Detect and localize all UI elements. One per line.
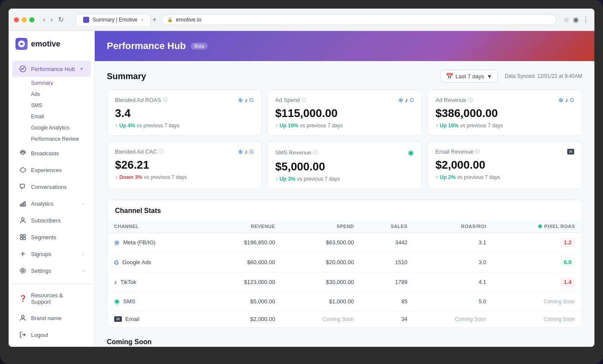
col-channel: CHANNEL xyxy=(107,220,204,233)
spend-cell: $63,500.00 xyxy=(282,233,361,253)
metric-label: Blended Ad ROAS ⓘ xyxy=(115,97,168,103)
menu-icon[interactable]: ⋮ xyxy=(582,15,589,24)
sidebar-bottom: ❓ Resources & Support Brand name xyxy=(9,284,94,347)
roas-cell: Coming Soon xyxy=(414,311,493,328)
close-window-button[interactable] xyxy=(14,17,19,22)
browser-bar: ‹ › ↻ Summary | Emotive × + 🔒 emotive.io… xyxy=(9,9,594,31)
sidebar-item-settings[interactable]: Settings › xyxy=(12,262,91,279)
svg-rect-7 xyxy=(20,234,22,237)
browser-navigation: ‹ › ↻ xyxy=(41,14,65,25)
sidebar-item-performance-hub[interactable]: Performance Hub ▼ xyxy=(12,61,91,77)
tiktok-channel-icon: ♪ xyxy=(114,279,117,285)
active-tab[interactable]: Summary | Emotive × xyxy=(76,14,151,25)
profile-icon[interactable]: ◉ xyxy=(573,15,579,24)
content-area: Summary 📅 Last 7 days ▼ Data Synced: 12/… xyxy=(95,61,594,347)
info-icon[interactable]: ⓘ xyxy=(302,97,306,103)
metric-label: Ad Spend ⓘ xyxy=(275,97,306,103)
forward-button[interactable]: › xyxy=(49,14,54,25)
pixel-roas-value: 1.2 xyxy=(560,238,575,247)
metric-change: Up 3% vs previous 7 days xyxy=(275,176,414,182)
col-pixel-roas: ◉ PIXEL ROAS xyxy=(493,220,582,233)
sidebar-item-conversations[interactable]: Conversations xyxy=(12,179,91,195)
google-channel-icon: G xyxy=(114,259,119,266)
info-icon[interactable]: ⓘ xyxy=(468,97,473,103)
pixel-roas-cell: 1.2 xyxy=(493,233,582,253)
coming-soon-section: Coming Soon LTV/... xyxy=(107,338,582,347)
address-bar[interactable]: 🔒 emotive.io xyxy=(162,14,556,25)
channel-cell: ⊕ Meta (FB/IG) xyxy=(107,233,204,253)
sidebar: emotive Performance Hub ▼ xyxy=(9,31,95,347)
coming-soon-label: Coming Soon xyxy=(455,316,486,322)
metric-label: SMS Revenue ⓘ xyxy=(275,149,318,156)
info-icon[interactable]: ⓘ xyxy=(163,97,168,103)
svg-point-6 xyxy=(22,218,24,220)
info-icon[interactable]: ⓘ xyxy=(159,148,164,155)
change-pct: Up 4% xyxy=(119,123,135,129)
tab-close-button[interactable]: × xyxy=(141,18,143,22)
sales-cell: 85 xyxy=(361,292,414,311)
minimize-window-button[interactable] xyxy=(22,17,27,22)
metric-value: $5,000.00 xyxy=(275,160,414,173)
date-range-picker[interactable]: 📅 Last 7 days ▼ xyxy=(440,70,498,83)
table-row: ⊕ Meta (FB/IG) $196,850.00 $63,500.00 34… xyxy=(107,233,582,253)
meta-icon: ⊕ xyxy=(238,148,243,155)
google-icon: G xyxy=(410,97,414,103)
beta-badge: Beta xyxy=(191,43,208,49)
logout-icon xyxy=(19,331,27,339)
analytics-chevron-icon: › xyxy=(82,201,84,206)
subnav-item-ads[interactable]: Ads xyxy=(28,89,94,100)
info-icon[interactable]: ⓘ xyxy=(475,148,480,155)
back-button[interactable]: ‹ xyxy=(41,14,47,25)
settings-icon xyxy=(19,267,27,275)
sales-cell: 1789 xyxy=(361,272,414,292)
subnav-item-email[interactable]: Email xyxy=(28,111,94,122)
change-label: vs previous 7 days xyxy=(137,123,180,129)
signups-chevron-icon: › xyxy=(82,251,84,256)
subnav-item-google-analytics[interactable]: Google Analytics xyxy=(28,122,94,133)
change-label: vs previous 7 days xyxy=(457,174,500,180)
sidebar-item-experiences[interactable]: Experiences xyxy=(12,162,91,178)
sidebar-item-subscribers[interactable]: Subscribers xyxy=(12,212,91,228)
sidebar-item-subscribers-label: Subscribers xyxy=(31,217,61,224)
svg-rect-3 xyxy=(20,204,22,206)
info-icon[interactable]: ⓘ xyxy=(313,149,318,156)
subnav-item-performance-review[interactable]: Performance Review xyxy=(28,133,94,145)
tiktok-icon: ♪ xyxy=(405,97,408,103)
change-pct: Up 10% xyxy=(280,123,298,129)
svg-point-13 xyxy=(22,270,24,272)
revenue-cell: $196,850.00 xyxy=(204,233,282,253)
metric-card-sms-revenue: SMS Revenue ⓘ ◉ $5,000.00 xyxy=(267,141,422,189)
svg-rect-8 xyxy=(23,234,25,237)
sidebar-item-analytics[interactable]: Analytics › xyxy=(12,195,91,212)
sidebar-item-brand[interactable]: Brand name xyxy=(12,310,91,326)
sidebar-item-analytics-label: Analytics xyxy=(31,201,53,207)
email-icon: ✉ xyxy=(567,149,574,154)
segments-icon xyxy=(19,233,27,241)
revenue-cell: $60,000.00 xyxy=(204,253,282,272)
email-channel-icon: ✉ xyxy=(114,316,122,322)
sidebar-item-resources-label: Resources & Support xyxy=(31,292,84,305)
google-icon: G xyxy=(249,148,254,155)
sidebar-item-broadcasts[interactable]: Broadcasts xyxy=(12,145,91,161)
metric-value: $115,000.00 xyxy=(275,107,414,120)
subnav-item-summary[interactable]: Summary xyxy=(28,77,94,89)
spend-cell: $1,000.00 xyxy=(282,292,361,311)
star-icon[interactable]: ☆ xyxy=(563,15,569,24)
roas-cell: 3.0 xyxy=(414,253,493,272)
sidebar-item-segments[interactable]: Segments xyxy=(12,229,91,245)
traffic-lights xyxy=(14,17,34,22)
pixel-roas-value: 1.4 xyxy=(560,278,575,287)
summary-header-right: 📅 Last 7 days ▼ Data Synced: 12/01/22 at… xyxy=(440,70,583,83)
metric-card-email-revenue: Email Revenue ⓘ ✉ $2,000.00 xyxy=(427,141,582,189)
reload-button[interactable]: ↻ xyxy=(56,14,65,25)
maximize-window-button[interactable] xyxy=(29,17,34,22)
chevron-down-icon: ▼ xyxy=(79,66,84,71)
sidebar-item-signups[interactable]: Signups › xyxy=(12,246,91,262)
sidebar-item-logout[interactable]: Logout xyxy=(12,327,91,343)
sidebar-item-resources[interactable]: ❓ Resources & Support xyxy=(12,288,91,309)
google-icon: G xyxy=(570,97,574,103)
subnav-item-sms[interactable]: SMS xyxy=(28,100,94,111)
new-tab-button[interactable]: + xyxy=(151,14,158,25)
logo-text: emotive xyxy=(31,40,60,49)
tab-title: Summary | Emotive xyxy=(93,17,137,23)
